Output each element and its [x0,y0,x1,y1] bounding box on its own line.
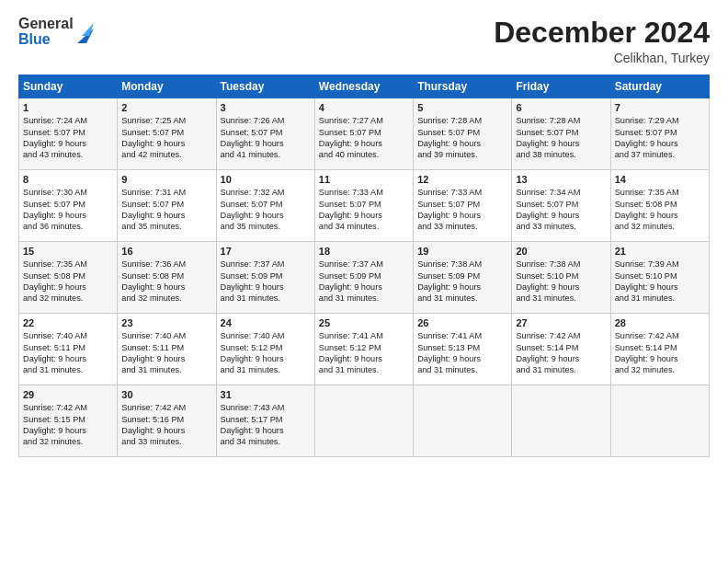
week-row-4: 22Sunrise: 7:40 AMSunset: 5:11 PMDayligh… [19,314,710,385]
day-info-line: Sunset: 5:07 PM [516,199,606,210]
day-info-line: Sunrise: 7:41 AM [319,330,409,341]
day-info-line: and 38 minutes. [516,149,606,160]
day-number: 20 [516,246,606,257]
day-number: 18 [319,246,409,257]
day-info-line: Daylight: 9 hours [417,353,507,364]
day-cell: 28Sunrise: 7:42 AMSunset: 5:14 PMDayligh… [610,314,709,385]
day-info-line: Daylight: 9 hours [23,210,113,221]
day-info-line: Daylight: 9 hours [23,282,113,293]
day-cell: 14Sunrise: 7:35 AMSunset: 5:08 PMDayligh… [610,170,709,242]
day-info-line: and 31 minutes. [23,364,113,375]
day-cell: 18Sunrise: 7:37 AMSunset: 5:09 PMDayligh… [314,242,413,314]
day-info-line: Daylight: 9 hours [319,353,409,364]
day-cell [314,385,413,457]
weekday-header-sunday: Sunday [19,75,118,98]
day-info-line: Sunset: 5:12 PM [319,342,409,353]
day-info-line: Sunrise: 7:41 AM [417,330,507,341]
day-info-line: Sunrise: 7:33 AM [319,187,409,198]
day-cell: 9Sunrise: 7:31 AMSunset: 5:07 PMDaylight… [118,170,216,242]
day-number: 24 [221,317,311,328]
day-info-line: and 34 minutes. [221,436,311,447]
day-info-line: Daylight: 9 hours [23,353,113,364]
day-cell: 3Sunrise: 7:26 AMSunset: 5:07 PMDaylight… [216,98,314,170]
day-cell: 11Sunrise: 7:33 AMSunset: 5:07 PMDayligh… [314,170,413,242]
weekday-header-thursday: Thursday [414,75,512,98]
day-cell: 17Sunrise: 7:37 AMSunset: 5:09 PMDayligh… [216,242,314,314]
day-info-line: Sunset: 5:07 PM [516,127,606,138]
day-number: 2 [121,102,211,113]
day-info-line: Sunset: 5:14 PM [516,342,606,353]
day-info-line: and 31 minutes. [615,293,705,304]
day-info-line: and 31 minutes. [516,364,606,375]
day-info-line: Daylight: 9 hours [615,210,705,221]
weekday-header-monday: Monday [118,75,216,98]
day-info-line: Daylight: 9 hours [319,138,409,149]
day-info-line: and 31 minutes. [121,364,211,375]
day-cell: 30Sunrise: 7:42 AMSunset: 5:16 PMDayligh… [118,385,216,457]
day-info-line: and 31 minutes. [417,293,507,304]
day-number: 23 [121,317,211,328]
day-info-line: Daylight: 9 hours [516,282,606,293]
header-row: SundayMondayTuesdayWednesdayThursdayFrid… [19,75,710,98]
day-info-line: and 39 minutes. [417,149,507,160]
location-subtitle: Celikhan, Turkey [494,51,710,65]
day-info-line: and 32 minutes. [121,293,211,304]
day-info-line: and 41 minutes. [221,149,311,160]
day-info-line: Sunrise: 7:40 AM [121,330,211,341]
logo-general: General [18,17,74,32]
day-info-line: Sunset: 5:17 PM [221,414,311,425]
logo-arrow-icon [77,19,94,43]
day-info-line: Sunset: 5:07 PM [615,127,705,138]
day-info-line: Daylight: 9 hours [319,210,409,221]
day-cell: 16Sunrise: 7:36 AMSunset: 5:08 PMDayligh… [118,242,216,314]
day-info-line: Sunrise: 7:28 AM [516,115,606,126]
day-number: 8 [23,174,113,185]
day-info-line: and 31 minutes. [516,293,606,304]
day-info-line: Sunset: 5:08 PM [615,199,705,210]
day-info-line: Daylight: 9 hours [221,425,311,436]
logo: General Blue [18,17,94,48]
day-info-line: Sunset: 5:10 PM [516,270,606,282]
day-cell: 7Sunrise: 7:29 AMSunset: 5:07 PMDaylight… [610,98,709,170]
day-info-line: Sunrise: 7:42 AM [121,402,211,413]
day-info-line: Daylight: 9 hours [121,282,211,293]
day-info-line: Sunrise: 7:42 AM [516,330,606,341]
day-info-line: Sunset: 5:09 PM [319,270,409,282]
week-row-2: 8Sunrise: 7:30 AMSunset: 5:07 PMDaylight… [19,170,710,242]
day-info-line: Sunset: 5:13 PM [417,342,507,353]
day-info-line: and 43 minutes. [23,149,113,160]
day-info-line: Sunset: 5:08 PM [23,270,113,282]
day-number: 17 [221,246,311,257]
day-number: 22 [23,317,113,328]
day-info-line: Daylight: 9 hours [417,282,507,293]
day-cell: 8Sunrise: 7:30 AMSunset: 5:07 PMDaylight… [19,170,118,242]
day-info-line: Daylight: 9 hours [23,138,113,149]
day-number: 25 [319,317,409,328]
day-number: 3 [221,102,311,113]
day-info-line: Daylight: 9 hours [221,138,311,149]
day-info-line: Daylight: 9 hours [319,282,409,293]
day-info-line: and 31 minutes. [221,293,311,304]
day-info-line: Daylight: 9 hours [516,210,606,221]
day-info-line: Sunrise: 7:26 AM [221,115,311,126]
day-info-line: Sunset: 5:07 PM [121,127,211,138]
day-info-line: Sunset: 5:07 PM [23,127,113,138]
day-info-line: Daylight: 9 hours [221,282,311,293]
day-info-line: and 37 minutes. [615,149,705,160]
day-info-line: and 33 minutes. [516,221,606,232]
day-info-line: and 32 minutes. [23,436,113,447]
day-info-line: Sunrise: 7:34 AM [516,187,606,198]
day-cell: 26Sunrise: 7:41 AMSunset: 5:13 PMDayligh… [414,314,512,385]
calendar-page: General Blue December 2024 Celikhan, Tur… [0,0,728,563]
day-number: 9 [121,174,211,185]
day-info-line: Sunset: 5:12 PM [221,342,311,353]
day-number: 1 [23,102,113,113]
day-cell: 15Sunrise: 7:35 AMSunset: 5:08 PMDayligh… [19,242,118,314]
day-number: 28 [615,317,705,328]
day-info-line: and 32 minutes. [615,364,705,375]
day-cell [512,385,610,457]
day-cell: 24Sunrise: 7:40 AMSunset: 5:12 PMDayligh… [216,314,314,385]
day-info-line: and 36 minutes. [23,221,113,232]
day-number: 4 [319,102,409,113]
day-info-line: and 31 minutes. [417,364,507,375]
